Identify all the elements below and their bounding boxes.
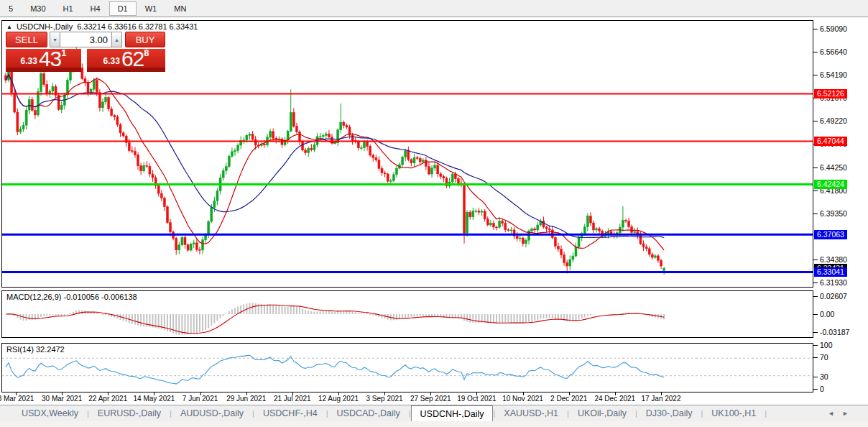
date-tick <box>569 392 570 395</box>
price-tick <box>813 260 818 260</box>
date-tick <box>16 392 17 395</box>
rsi-tick <box>813 357 818 358</box>
volume-increase-button[interactable]: ▲ <box>111 32 122 47</box>
chart-tab-usdcnh-daily[interactable]: USDCNH-,Daily <box>411 405 494 421</box>
price-tick <box>813 98 818 98</box>
price-tick <box>813 121 818 121</box>
rsi-pane[interactable] <box>1 343 813 392</box>
one-click-trading-panel: SELL ▼ ▲ BUY 6.33 43 1 6.33 62 8 <box>6 32 165 72</box>
collapse-icon[interactable]: ▲ <box>6 23 12 31</box>
chart-tab-xauusd-h1[interactable]: XAUUSD-,H1 <box>495 405 567 421</box>
price-tick-label: 6.39350 <box>820 209 847 218</box>
tab-scroll-left-icon[interactable]: ◄ <box>828 410 834 417</box>
timeframe-button-w1[interactable]: W1 <box>137 1 166 16</box>
volume-input[interactable] <box>60 32 112 47</box>
date-tick <box>615 392 616 395</box>
sell-button[interactable]: SELL <box>6 32 47 47</box>
price-tick <box>813 167 818 168</box>
date-label: 22 Apr 2021 <box>88 395 127 403</box>
chart-title: ▲ USDCNH-,Daily 6.33214 6.33616 6.32781 … <box>6 22 198 31</box>
rsi-tick <box>813 345 818 346</box>
ohlc-values: 6.33214 6.33616 6.32781 6.33431 <box>77 22 198 31</box>
price-tick-label: 6.46770 <box>820 139 847 148</box>
price-tick-label: 6.34380 <box>820 255 847 264</box>
macd-axis-label: 0.00 <box>820 310 834 318</box>
date-tick <box>246 392 247 395</box>
date-tick <box>292 392 293 395</box>
candles-layer <box>5 47 665 275</box>
timeframe-button-mn[interactable]: MN <box>165 1 195 16</box>
rsi-tick <box>813 389 818 390</box>
chart-tab-dj30-daily[interactable]: DJ30-,Daily <box>637 405 701 421</box>
sell-price-pip: 1 <box>61 47 66 58</box>
date-tick <box>200 392 201 395</box>
timeframe-button-5[interactable]: 5 <box>0 1 22 16</box>
date-label: 24 Dec 2021 <box>594 395 635 403</box>
volume-decrease-button[interactable]: ▼ <box>50 32 60 47</box>
sell-price-box[interactable]: 6.33 43 1 <box>6 49 81 72</box>
chart-tab-uk100-h1[interactable]: UK100-,H1 <box>703 405 765 421</box>
symbol-title: USDCNH-,Daily <box>17 22 73 31</box>
timeframe-button-h1[interactable]: H1 <box>55 1 82 16</box>
date-label: 19 Oct 2021 <box>457 395 496 403</box>
buy-price-prefix: 6.33 <box>103 56 120 68</box>
rsi-axis-label: 0 <box>820 385 824 393</box>
chart-tab-eurusd-daily[interactable]: EURUSD-,Daily <box>89 405 170 421</box>
macd-name: MACD(12,26,9) <box>6 293 61 301</box>
rsi-axis-label: 70 <box>820 353 828 362</box>
tab-scroll-right-icon[interactable]: ► <box>842 410 849 417</box>
timeframe-button-m30[interactable]: M30 <box>22 1 54 16</box>
date-tick <box>62 392 63 395</box>
timeframe-toolbar: 5M30H1H4D1W1MN <box>0 0 868 17</box>
date-label: 30 Mar 2021 <box>42 395 82 403</box>
date-tick <box>384 392 385 395</box>
date-tick <box>338 392 339 395</box>
date-tick <box>523 392 524 395</box>
rsi-label: RSI(14) 32.2472 <box>6 345 65 354</box>
chart-tab-audusd-daily[interactable]: AUDUSD-,Daily <box>172 405 252 421</box>
price-tick <box>813 75 818 75</box>
date-tick <box>430 392 431 395</box>
window-bottom-strip <box>0 421 868 427</box>
date-label: 8 Mar 2021 <box>0 395 34 403</box>
price-tick <box>813 214 818 214</box>
sell-price-main: 43 <box>39 50 61 68</box>
rsi-axis-label: 30 <box>820 372 828 381</box>
buy-price-box[interactable]: 6.33 62 8 <box>87 49 165 72</box>
spin-up-icon: ▲ <box>114 37 119 42</box>
date-label: 7 Jun 2021 <box>183 395 218 403</box>
price-tick <box>813 144 818 144</box>
level-price-label: 6.47044 <box>814 137 847 146</box>
sell-price-prefix: 6.33 <box>21 56 37 68</box>
timeframe-button-h4[interactable]: H4 <box>82 1 109 16</box>
timeframe-button-d1[interactable]: D1 <box>109 1 137 16</box>
macd-tick <box>813 296 818 297</box>
date-label: 27 Sep 2021 <box>410 395 451 403</box>
rsi-name: RSI(14) <box>6 345 34 354</box>
buy-price-main: 62 <box>121 50 144 68</box>
date-label: 14 May 2021 <box>133 395 175 403</box>
date-tick <box>476 392 477 395</box>
level-price-label: 6.37063 <box>814 230 847 239</box>
chart-tab-usdcad-daily[interactable]: USDCAD-,Daily <box>328 405 409 421</box>
price-tick <box>813 190 818 191</box>
price-tick <box>813 29 818 29</box>
chart-tab-ukoil-daily[interactable]: UKOil-,Daily <box>569 405 635 421</box>
level-price-label: 6.33041 <box>814 267 847 277</box>
price-tick <box>813 52 818 52</box>
macd-axis-label: -0.03187 <box>820 328 849 336</box>
macd-current-values: -0.010056 -0.006138 <box>63 293 137 301</box>
spin-down-icon: ▼ <box>52 37 57 42</box>
date-label: 12 Aug 2021 <box>318 395 359 403</box>
date-label: 10 Nov 2021 <box>502 395 543 403</box>
level-price-label: 6.52126 <box>814 89 847 98</box>
tab-separator: | <box>765 405 767 421</box>
level-price-label: 6.42424 <box>814 180 847 189</box>
price-tick-label: 6.44250 <box>820 163 847 172</box>
price-tick-label: 6.54190 <box>820 70 847 79</box>
price-tick-label: 6.59090 <box>820 24 847 33</box>
chart-tab-usdchf-h4[interactable]: USDCHF-,H4 <box>254 405 326 421</box>
date-tick <box>154 392 154 395</box>
chart-tab-usdx-weekly[interactable]: USDX,Weekly <box>13 405 87 421</box>
buy-button[interactable]: BUY <box>125 32 165 47</box>
